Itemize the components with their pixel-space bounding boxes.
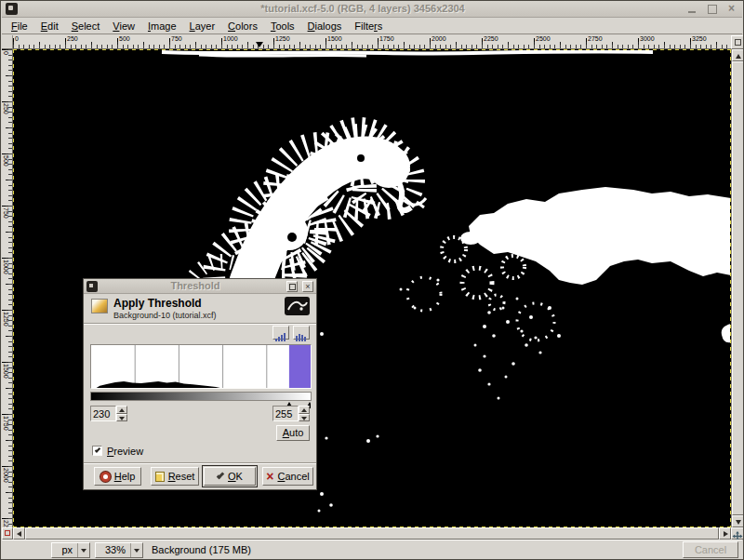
separator [84, 462, 316, 464]
maximize-icon[interactable] [706, 3, 718, 15]
v-ruler-label: 750 [3, 207, 9, 219]
high-threshold-input[interactable] [272, 406, 299, 421]
dialog-target-layer: Background-10 (tutorial.xcf) [113, 311, 217, 320]
vertical-scrollbar[interactable] [731, 49, 744, 527]
horizontal-ruler[interactable]: 0 250 500 750 1000 1250 1500 1750 2000 2… [13, 35, 731, 49]
menu-view[interactable]: View [106, 20, 141, 33]
layer-thumbnail-icon [91, 299, 108, 313]
v-ruler-label: 2000 [3, 468, 9, 483]
zoom-follows-window-button[interactable] [731, 35, 744, 49]
ruler-corner [2, 35, 13, 49]
menu-file[interactable]: File [5, 20, 34, 33]
h-ruler-label: 2250 [484, 35, 498, 42]
separator [84, 323, 316, 325]
gimp-main-window: *tutorial.xcf-5.0 (RGB, 4 layers) 3456x2… [0, 0, 744, 560]
menu-bar: File Edit Select View Image Layer Colors… [2, 19, 742, 34]
logarithmic-histogram-button[interactable] [293, 326, 310, 340]
h-ruler-label: 1250 [275, 35, 290, 42]
zoom-select[interactable]: 33% [95, 542, 143, 558]
h-ruler-label: 2500 [536, 35, 551, 42]
reset-icon [155, 472, 165, 482]
cancel-x-icon: × [266, 472, 273, 481]
menu-filters[interactable]: Filters [348, 20, 389, 33]
low-threshold-spinbox [90, 406, 127, 421]
horizontal-scroll-thumb[interactable] [25, 527, 719, 540]
low-threshold-input[interactable] [90, 406, 116, 421]
spin-up-icon[interactable] [116, 406, 127, 414]
scroll-left-icon[interactable] [13, 527, 25, 540]
threshold-histogram[interactable] [90, 344, 312, 389]
progress-cancel-button: Cancel [683, 541, 738, 558]
preview-checkbox[interactable] [92, 446, 102, 456]
high-threshold-spinbox [272, 406, 310, 421]
chevron-down-icon [130, 543, 142, 557]
menu-image[interactable]: Image [141, 20, 183, 33]
scroll-up-icon[interactable] [732, 49, 744, 61]
v-ruler-label: 500 [3, 155, 9, 167]
unit-select[interactable]: px [51, 542, 90, 558]
wilber-logo-icon [285, 297, 310, 315]
menu-dialogs[interactable]: Dialogs [301, 20, 349, 33]
threshold-gradient-bar [90, 392, 312, 401]
histogram-selection [289, 345, 311, 388]
status-bar: px 33% Background (175 MB) Cancel [2, 540, 742, 559]
histogram-gridlines [135, 345, 267, 388]
minimize-icon[interactable] [686, 3, 698, 15]
dialog-body: Apply Threshold Background-10 (tutorial.… [84, 294, 316, 489]
close-icon[interactable]: × [725, 3, 737, 15]
vertical-scroll-thumb[interactable] [732, 61, 744, 515]
help-icon [100, 472, 111, 482]
window-title: *tutorial.xcf-5.0 (RGB, 4 layers) 3456x2… [39, 3, 686, 14]
dialog-close-icon[interactable]: × [302, 281, 313, 292]
histogram-profile [91, 381, 220, 388]
h-ruler-label: 1000 [223, 35, 238, 42]
auto-button[interactable]: Auto [276, 425, 310, 441]
scroll-right-icon[interactable] [719, 527, 731, 540]
menu-colors[interactable]: Colors [221, 20, 264, 33]
window-titlebar: *tutorial.xcf-5.0 (RGB, 4 layers) 3456x2… [2, 1, 742, 18]
h-ruler-label: 3000 [640, 35, 655, 42]
h-ruler-label: 500 [119, 35, 130, 42]
vertical-ruler[interactable]: 0 250 500 750 1000 1250 1500 1750 2000 2… [2, 49, 13, 527]
dialog-heading: Apply Threshold [113, 297, 202, 310]
h-ruler-label: 0 [15, 35, 19, 42]
h-ruler-label: 750 [171, 35, 182, 42]
gimp-icon [86, 281, 98, 292]
v-ruler-label: 1250 [3, 312, 9, 327]
reset-button[interactable]: Reset [151, 467, 199, 486]
spin-down-icon[interactable] [116, 414, 127, 422]
menu-layer[interactable]: Layer [183, 20, 222, 33]
gimp-icon [6, 3, 18, 15]
chevron-down-icon [77, 543, 89, 557]
preview-option: Preview [92, 445, 143, 457]
h-ruler-label: 2000 [432, 35, 446, 42]
v-ruler-label: 1500 [3, 364, 9, 379]
ruler-position-marker [256, 42, 263, 47]
menu-select[interactable]: Select [65, 20, 107, 33]
ok-button[interactable]: OK [204, 467, 256, 486]
h-ruler-label: 250 [67, 35, 78, 42]
v-ruler-label: 1000 [3, 260, 9, 274]
preview-label: Preview [107, 446, 143, 457]
dialog-title: Threshold [112, 280, 279, 291]
scroll-down-icon[interactable] [732, 515, 744, 527]
help-button[interactable]: Help [94, 467, 141, 486]
check-icon [95, 447, 100, 452]
dialog-maximize-icon[interactable] [286, 281, 298, 292]
spin-up-icon[interactable] [299, 406, 310, 414]
horizontal-scrollbar[interactable] [25, 527, 719, 540]
cancel-button[interactable]: × Cancel [262, 467, 313, 486]
navigation-pan-button[interactable] [731, 527, 744, 540]
spin-down-icon[interactable] [299, 414, 310, 422]
window-controls: × [686, 3, 737, 15]
log-histogram-icon [296, 333, 307, 341]
quickmask-toggle[interactable] [2, 527, 13, 540]
dialog-titlebar[interactable]: Threshold × [84, 279, 316, 294]
menu-edit[interactable]: Edit [34, 20, 65, 33]
ok-check-icon [217, 471, 224, 478]
h-ruler-label: 1500 [327, 35, 342, 42]
linear-histogram-button[interactable] [272, 326, 289, 340]
v-ruler-label: 0 [3, 51, 9, 55]
menu-tools[interactable]: Tools [264, 20, 301, 33]
h-ruler-label: 3250 [692, 35, 707, 42]
